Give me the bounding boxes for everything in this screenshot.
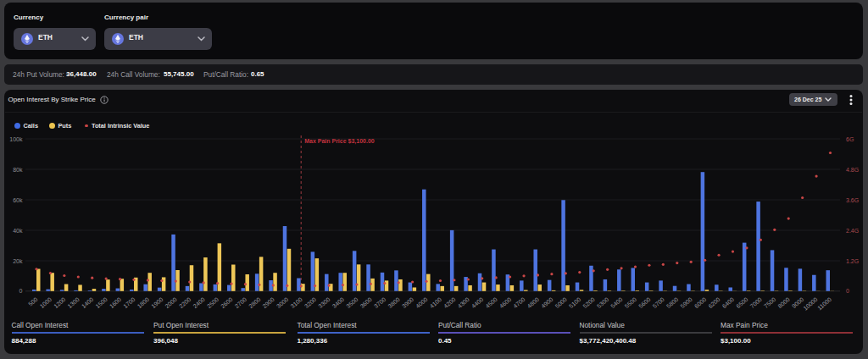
- svg-text:500: 500: [27, 296, 39, 307]
- svg-text:2600: 2600: [220, 296, 234, 309]
- svg-text:2500: 2500: [206, 296, 220, 309]
- svg-text:4600: 4600: [498, 296, 513, 309]
- svg-text:40k: 40k: [13, 228, 23, 234]
- svg-text:6500: 6500: [735, 296, 749, 309]
- svg-text:60k: 60k: [13, 197, 23, 203]
- svg-text:5400: 5400: [609, 296, 624, 309]
- svg-text:1300: 1300: [66, 296, 81, 309]
- svg-text:8000: 8000: [776, 296, 791, 309]
- svg-text:3900: 3900: [401, 296, 415, 309]
- svg-text:5200: 5200: [581, 296, 596, 309]
- svg-text:20k: 20k: [13, 258, 23, 264]
- svg-text:3000: 3000: [275, 296, 290, 309]
- svg-text:3700: 3700: [373, 296, 387, 309]
- svg-text:4000: 4000: [415, 296, 429, 309]
- svg-text:6200: 6200: [707, 296, 721, 309]
- svg-text:1900: 1900: [150, 296, 164, 309]
- svg-text:5500: 5500: [624, 296, 638, 309]
- svg-text:6G: 6G: [846, 136, 854, 142]
- svg-text:3100: 3100: [289, 296, 303, 309]
- svg-text:10000: 10000: [802, 296, 818, 312]
- svg-text:4800: 4800: [526, 296, 541, 309]
- svg-text:5700: 5700: [652, 296, 666, 309]
- svg-text:4700: 4700: [512, 296, 526, 309]
- svg-text:0: 0: [19, 288, 23, 294]
- svg-text:4500: 4500: [484, 296, 498, 309]
- svg-text:5300: 5300: [596, 296, 610, 309]
- svg-text:4.8G: 4.8G: [846, 167, 859, 173]
- svg-text:3.6G: 3.6G: [846, 197, 859, 203]
- svg-text:2400: 2400: [192, 296, 206, 309]
- svg-text:2900: 2900: [262, 296, 276, 309]
- svg-text:2800: 2800: [248, 296, 262, 309]
- svg-text:1000: 1000: [39, 296, 53, 309]
- svg-text:1.2G: 1.2G: [846, 258, 859, 264]
- svg-text:3600: 3600: [359, 296, 374, 309]
- svg-text:7500: 7500: [763, 296, 777, 309]
- svg-text:100k: 100k: [9, 136, 23, 142]
- svg-text:6000: 6000: [693, 296, 708, 309]
- svg-text:5100: 5100: [568, 296, 582, 309]
- svg-text:3300: 3300: [317, 296, 331, 309]
- svg-text:3200: 3200: [303, 296, 318, 309]
- svg-text:5600: 5600: [637, 296, 652, 309]
- svg-text:2.4G: 2.4G: [846, 228, 859, 234]
- svg-text:2700: 2700: [234, 296, 248, 309]
- svg-text:4900: 4900: [540, 296, 554, 309]
- svg-text:4100: 4100: [429, 296, 443, 309]
- svg-text:5000: 5000: [554, 296, 569, 309]
- svg-text:1800: 1800: [136, 296, 151, 309]
- svg-text:3800: 3800: [387, 296, 401, 309]
- svg-text:4200: 4200: [442, 296, 457, 309]
- svg-text:11000: 11000: [816, 296, 832, 312]
- svg-text:4400: 4400: [470, 296, 485, 309]
- svg-text:3400: 3400: [331, 296, 346, 309]
- svg-text:1500: 1500: [94, 296, 108, 309]
- svg-text:80k: 80k: [13, 167, 23, 173]
- svg-text:1600: 1600: [108, 296, 123, 309]
- svg-text:1200: 1200: [53, 296, 67, 309]
- svg-text:2200: 2200: [178, 296, 192, 309]
- svg-text:4300: 4300: [457, 296, 471, 309]
- svg-text:6400: 6400: [721, 296, 736, 309]
- svg-text:Max Pain Price $3,100.00: Max Pain Price $3,100.00: [304, 138, 375, 145]
- svg-text:1400: 1400: [81, 296, 95, 309]
- svg-text:2000: 2000: [164, 296, 179, 309]
- svg-text:7000: 7000: [749, 296, 764, 309]
- svg-text:3500: 3500: [345, 296, 359, 309]
- svg-text:0: 0: [846, 288, 849, 294]
- svg-text:1700: 1700: [122, 296, 136, 309]
- svg-text:5900: 5900: [679, 296, 693, 309]
- svg-text:5800: 5800: [665, 296, 680, 309]
